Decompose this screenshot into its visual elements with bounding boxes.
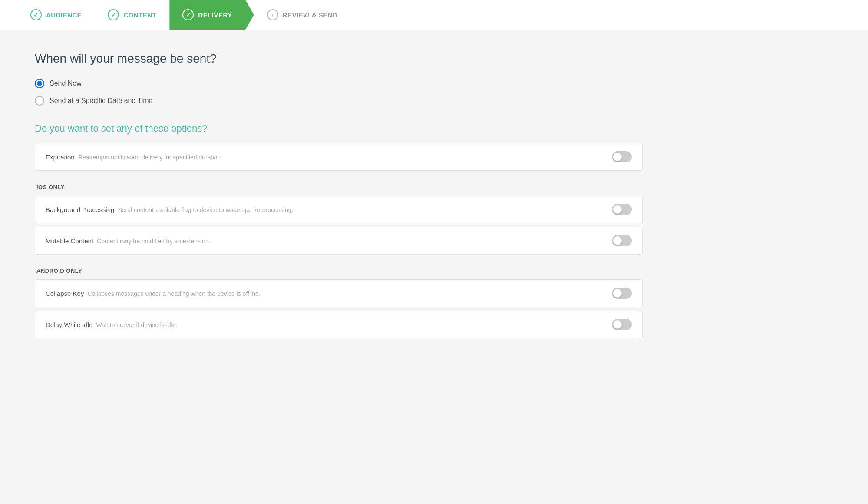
- collapse-key-option-name: Collapse Key: [46, 290, 84, 297]
- background-processing-toggle-thumb: [613, 205, 622, 214]
- expiration-toggle-track: [612, 151, 632, 162]
- delay-while-idle-option-desc: Wait to deliver if device is idle.: [96, 322, 177, 328]
- mutable-content-toggle[interactable]: [612, 235, 632, 246]
- collapse-key-option-desc: Collapses messages under a heading when …: [87, 290, 260, 297]
- delay-while-idle-option-text: Delay While Idle Wait to deliver if devi…: [46, 321, 177, 328]
- content-check-icon: ✓: [111, 12, 116, 18]
- ios-only-section: IOS ONLY Background Processing Send cont…: [35, 184, 643, 255]
- android-only-label: ANDROID ONLY: [35, 268, 643, 274]
- send-now-radio[interactable]: [35, 79, 44, 88]
- mutable-content-option-card: Mutable Content Content may be modified …: [35, 227, 643, 255]
- delay-while-idle-toggle-track: [612, 319, 632, 330]
- mutable-content-option-text: Mutable Content Content may be modified …: [46, 237, 211, 245]
- collapse-key-toggle-track: [612, 288, 632, 299]
- content-step-label: CONTENT: [123, 11, 156, 19]
- send-now-option[interactable]: Send Now: [35, 79, 617, 88]
- options-section-title: Do you want to set any of these options?: [35, 123, 617, 134]
- expiration-option-text: Expiration Reattempts notification deliv…: [46, 153, 222, 161]
- send-scheduled-option[interactable]: Send at a Specific Date and Time: [35, 96, 617, 106]
- collapse-key-option-card: Collapse Key Collapses messages under a …: [35, 279, 643, 307]
- audience-step-label: AUDIENCE: [46, 11, 82, 19]
- delay-while-idle-toggle[interactable]: [612, 319, 632, 330]
- review-send-chevron-icon: ›: [271, 11, 274, 18]
- audience-check-icon: ✓: [33, 12, 39, 18]
- send-now-label: Send Now: [50, 80, 82, 87]
- delay-while-idle-option-name: Delay While Idle: [46, 321, 92, 328]
- mutable-content-option-desc: Content may be modified by an extension.: [97, 238, 211, 245]
- background-processing-toggle-track: [612, 204, 632, 215]
- expiration-toggle-thumb: [613, 153, 622, 161]
- mutable-content-toggle-track: [612, 235, 632, 246]
- ios-only-label: IOS ONLY: [35, 184, 643, 190]
- collapse-key-toggle-thumb: [613, 289, 622, 298]
- collapse-key-toggle[interactable]: [612, 288, 632, 299]
- nav-step-delivery[interactable]: ✓ DELIVERY: [169, 0, 254, 30]
- send-time-radio-group: Send Now Send at a Specific Date and Tim…: [35, 79, 617, 106]
- expiration-option-name: Expiration: [46, 153, 75, 161]
- android-only-section: ANDROID ONLY Collapse Key Collapses mess…: [35, 268, 643, 338]
- collapse-key-option-text: Collapse Key Collapses messages under a …: [46, 290, 261, 297]
- delivery-step-label: DELIVERY: [198, 11, 232, 19]
- nav-step-review-send[interactable]: › REVIEW & SEND: [254, 0, 351, 30]
- send-scheduled-radio[interactable]: [35, 96, 44, 106]
- review-send-step-icon: ›: [267, 9, 278, 20]
- expiration-option-card: Expiration Reattempts notification deliv…: [35, 143, 643, 171]
- expiration-option-desc: Reattempts notification delivery for spe…: [78, 154, 222, 161]
- background-processing-option-name: Background Processing: [46, 206, 114, 213]
- background-processing-option-text: Background Processing Send content-avail…: [46, 206, 293, 213]
- delay-while-idle-option-card: Delay While Idle Wait to deliver if devi…: [35, 311, 643, 338]
- when-section-title: When will your message be sent?: [35, 52, 617, 66]
- top-navigation: ✓ AUDIENCE ✓ CONTENT ✓ DELIVERY › REVIEW…: [0, 0, 868, 30]
- main-content: When will your message be sent? Send Now…: [0, 30, 651, 373]
- nav-step-content[interactable]: ✓ CONTENT: [95, 0, 169, 30]
- background-processing-option-card: Background Processing Send content-avail…: [35, 196, 643, 223]
- nav-step-audience[interactable]: ✓ AUDIENCE: [17, 0, 95, 30]
- delivery-check-icon: ✓: [186, 12, 191, 18]
- mutable-content-option-name: Mutable Content: [46, 237, 93, 245]
- review-send-step-label: REVIEW & SEND: [283, 11, 338, 19]
- audience-step-icon: ✓: [30, 9, 42, 20]
- mutable-content-toggle-thumb: [613, 236, 622, 245]
- options-container: Expiration Reattempts notification deliv…: [35, 143, 643, 338]
- background-processing-toggle[interactable]: [612, 204, 632, 215]
- delay-while-idle-toggle-thumb: [613, 320, 622, 329]
- send-scheduled-label: Send at a Specific Date and Time: [50, 97, 152, 105]
- delivery-step-icon: ✓: [182, 9, 194, 20]
- content-step-icon: ✓: [108, 9, 119, 20]
- general-options-section: Expiration Reattempts notification deliv…: [35, 143, 643, 171]
- background-processing-option-desc: Send content-available flag to device to…: [118, 206, 293, 213]
- expiration-toggle[interactable]: [612, 151, 632, 162]
